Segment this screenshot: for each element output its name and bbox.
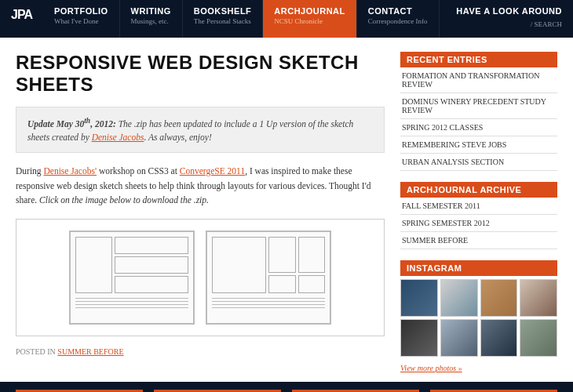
- footer-header: ON A PERSONAL NOTE: [16, 390, 143, 393]
- search-label: / SEARCH: [531, 20, 562, 28]
- main-content: RESPONSIVE WEB DESIGN SKETCH SHEETS Upda…: [16, 52, 400, 374]
- sketch-download-link[interactable]: [16, 219, 385, 336]
- recent-entry-link[interactable]: SPRING 2012 CLASSES: [400, 119, 557, 136]
- recent-entry-link[interactable]: DOMINUS WINERY PRECEDENT STUDY REVIEW: [400, 93, 557, 119]
- instagram-header: INSTAGRAM: [400, 260, 557, 276]
- search-area[interactable]: HAVE A LOOK AROUND / SEARCH: [445, 0, 573, 38]
- update-text-end: . As always, enjoy!: [144, 132, 211, 142]
- recent-entry-link[interactable]: FORMATION AND TRANSFORMATION REVIEW: [400, 67, 557, 93]
- sketch-sheet-2: [206, 230, 331, 325]
- top-navigation: JPA PORTFOLIO What I've Done WRITING Mus…: [0, 0, 573, 38]
- page-title: RESPONSIVE WEB DESIGN SKETCH SHEETS: [16, 52, 385, 96]
- nav-title: WRITING: [131, 6, 171, 16]
- nav-title: CONTACT: [368, 6, 428, 16]
- footer-header: BOOKSHELF: [430, 390, 557, 393]
- nav-contact[interactable]: CONTACT Correspondence Info: [357, 0, 440, 38]
- view-more-photos-link[interactable]: View more photos »: [400, 364, 462, 372]
- footer-personal-note: ON A PERSONAL NOTE I am a designer/grad: [16, 390, 143, 393]
- logo[interactable]: JPA: [0, 0, 43, 38]
- nav-subtitle: The Personal Stacks: [194, 17, 252, 25]
- nav-bookshelf[interactable]: BOOKSHELF The Personal Stacks: [183, 0, 264, 38]
- nav-subtitle: What I've Done: [54, 17, 108, 25]
- update-date: Update May 30: [27, 119, 84, 129]
- archive-link[interactable]: FALL SEMESTER 2011: [400, 198, 557, 215]
- instagram-thumb[interactable]: [480, 319, 518, 357]
- nav-subtitle: NCSU Chronicle: [274, 17, 345, 25]
- instagram-thumb[interactable]: [520, 279, 557, 317]
- nav-subtitle: Musings, etc.: [131, 17, 171, 25]
- update-year: , 2012:: [90, 119, 116, 129]
- footer-quotations: QUOTATIONS "The essence of all beautiful…: [292, 390, 419, 393]
- archive-header: ARCHJOURNAL ARCHIVE: [400, 182, 557, 198]
- category-link[interactable]: SUMMER BEFORE: [57, 347, 123, 356]
- recent-entry-link[interactable]: URBAN ANALYSIS SECTION: [400, 154, 557, 171]
- update-sup: th: [84, 116, 90, 125]
- post-meta: POSTED IN SUMMER BEFORE: [16, 347, 385, 356]
- nav-title: ARCHJOURNAL: [274, 6, 345, 16]
- recent-entries-header: RECENT ENTRIES: [400, 52, 557, 67]
- denise-jacobs-link[interactable]: Denise Jacobs: [92, 132, 144, 142]
- sidebar: RECENT ENTRIES FORMATION AND TRANSFORMAT…: [400, 52, 557, 374]
- recent-entry-link[interactable]: REMEMBERING STEVE JOBS: [400, 136, 557, 154]
- update-notice: Update May 30th, 2012: The .zip has been…: [16, 107, 385, 153]
- instagram-thumb[interactable]: [400, 279, 438, 317]
- footer-header: PORTFOLIO: [154, 390, 281, 393]
- search-title: HAVE A LOOK AROUND: [456, 6, 562, 16]
- convergese-link[interactable]: ConvergeSE 2011: [180, 166, 245, 176]
- body-text: During: [16, 166, 43, 176]
- nav-title: BOOKSHELF: [194, 6, 252, 16]
- footer: ON A PERSONAL NOTE I am a designer/grad …: [0, 382, 573, 393]
- footer-header: QUOTATIONS: [292, 390, 419, 393]
- instagram-thumb[interactable]: [400, 319, 438, 357]
- sketch-sheet-1: [69, 230, 195, 325]
- denise-jacobs-link-2[interactable]: Denise Jacobs': [43, 166, 97, 176]
- body-text: workshop on CSS3 at: [97, 166, 180, 176]
- instagram-grid: [400, 279, 557, 357]
- nav-portfolio[interactable]: PORTFOLIO What I've Done: [43, 0, 120, 38]
- footer-portfolio: PORTFOLIO: [154, 390, 281, 393]
- recent-entries-list: FORMATION AND TRANSFORMATION REVIEW DOMI…: [400, 67, 557, 171]
- archive-link[interactable]: SUMMER BEFORE: [400, 232, 557, 249]
- archive-link[interactable]: SPRING SEMESTER 2012: [400, 215, 557, 232]
- body-cta: Click on the image below to download the…: [39, 195, 209, 205]
- nav-writing[interactable]: WRITING Musings, etc.: [120, 0, 183, 38]
- instagram-thumb[interactable]: [520, 319, 557, 357]
- nav-subtitle: Correspondence Info: [368, 17, 428, 25]
- instagram-thumb[interactable]: [440, 319, 478, 357]
- nav-title: PORTFOLIO: [54, 6, 108, 16]
- footer-bookshelf: BOOKSHELF: [430, 390, 557, 393]
- article-body: During Denise Jacobs' workshop on CSS3 a…: [16, 164, 385, 207]
- instagram-thumb[interactable]: [440, 279, 478, 317]
- instagram-thumb[interactable]: [480, 279, 518, 317]
- nav-archjournal[interactable]: ARCHJOURNAL NCSU Chronicle: [263, 0, 356, 38]
- archive-list: FALL SEMESTER 2011 SPRING SEMESTER 2012 …: [400, 198, 557, 249]
- posted-label: POSTED IN: [16, 347, 57, 356]
